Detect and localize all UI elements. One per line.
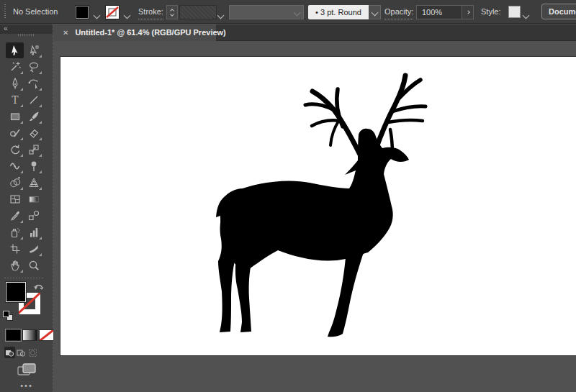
shape-builder-icon [9,177,21,188]
draw-behind-icon[interactable] [16,347,27,358]
tool-pen[interactable] [6,76,24,91]
tool-slice[interactable] [24,241,42,257]
tool-symbol-sprayer[interactable] [6,224,24,240]
eyedropper-icon [9,210,21,222]
none-slash-icon [106,6,119,19]
tool-mesh[interactable] [6,191,24,207]
fill-color-dropdown[interactable] [94,8,99,21]
tool-rotate[interactable] [6,142,24,158]
swap-fill-stroke-icon[interactable] [34,281,44,293]
column-graph-icon [28,227,40,238]
tools-panel-header: « [0,24,53,34]
tool-rectangle[interactable] [6,109,24,124]
svg-text:T: T [12,94,19,106]
magic-wand-icon [9,61,21,73]
perspective-grid-icon [28,177,40,188]
tool-column-graph[interactable] [24,224,42,240]
zoom-icon [28,260,40,271]
style-swatch[interactable] [508,6,521,18]
document-setup-button[interactable]: Document Se [541,4,576,19]
stroke-color-swatch[interactable] [105,5,120,19]
brush-definition-dropdown[interactable] [369,5,381,19]
fill-proxy[interactable] [6,282,26,302]
tool-puppet-warp[interactable] [24,158,42,174]
slice-icon [28,243,40,255]
opacity-input[interactable]: 100% [416,5,462,19]
tool-eyedropper[interactable] [6,208,24,224]
symbol-sprayer-icon [9,227,21,238]
control-bar: No Selection Stroke: • 3 pt. Round Opaci… [0,0,576,24]
artboard-icon [9,243,21,255]
tool-curvature[interactable] [24,76,42,91]
blend-icon [28,210,40,222]
brush-definition-combo[interactable]: • 3 pt. Round [308,5,381,19]
screen-mode-icon[interactable] [16,363,37,380]
stroke-weight-label[interactable]: Stroke: [138,5,163,19]
collapse-panel-icon[interactable]: « [4,24,7,33]
stroke-weight-stepper[interactable] [166,5,178,19]
edit-toolbar-button[interactable]: ••• [0,381,53,390]
fill-color-swatch[interactable] [75,5,89,19]
opacity-label[interactable]: Opacity: [384,5,413,19]
tool-gradient[interactable] [24,191,42,207]
tool-lasso[interactable] [24,59,42,75]
tool-grid: T [6,42,43,274]
tool-artboard[interactable] [6,241,24,257]
tool-blend[interactable] [24,208,42,224]
paintbrush-icon [28,111,40,122]
document-area: ✕ Untitled-1* @ 61.4% (RGB/GPU Preview) [53,24,576,392]
default-fill-stroke-icon[interactable] [3,311,13,321]
type-icon: T [9,94,21,106]
control-bar-grip[interactable] [4,4,6,19]
stroke-weight-dropdown[interactable] [218,8,223,21]
width-profile-dropdown [229,5,304,19]
illustrator-window: No Selection Stroke: • 3 pt. Round Opaci… [0,0,576,392]
tool-direct-selection[interactable] [24,42,42,58]
paint-style-buttons [6,329,54,341]
none-button[interactable] [39,329,54,341]
tool-zoom[interactable] [24,257,42,273]
tool-scale[interactable] [24,142,42,158]
direct-selection-icon [28,45,40,56]
puppet-warp-icon [28,160,40,172]
width-icon [9,160,21,172]
gradient-button[interactable] [22,329,37,341]
artboard[interactable] [60,57,576,355]
opacity-arrow-button[interactable] [462,5,474,19]
tool-eraser[interactable] [24,125,42,141]
fill-stroke-indicator [0,282,53,325]
pasteboard[interactable] [53,41,576,392]
tool-shape-builder[interactable] [6,175,24,191]
close-tab-icon[interactable]: ✕ [63,29,68,37]
drawing-mode-buttons [4,347,38,358]
eraser-icon [28,127,40,139]
selection-icon [9,45,21,56]
tool-selection[interactable] [6,42,24,58]
tool-shaper[interactable] [6,125,24,141]
tool-type[interactable]: T [6,92,24,108]
panel-separator [4,278,45,278]
draw-normal-icon[interactable] [4,347,15,358]
tool-perspective-grid[interactable] [24,175,42,191]
tool-magic-wand[interactable] [6,59,24,75]
rectangle-icon [9,111,21,122]
tool-paintbrush[interactable] [24,109,42,124]
curvature-icon [28,78,40,89]
style-dropdown[interactable] [523,8,528,21]
tool-hand[interactable] [6,257,24,273]
tool-width[interactable] [6,158,24,174]
document-tab-bar: ✕ Untitled-1* @ 61.4% (RGB/GPU Preview) [53,24,576,41]
shaper-icon [9,127,21,139]
draw-inside-icon[interactable] [27,347,38,358]
document-tab[interactable]: ✕ Untitled-1* @ 61.4% (RGB/GPU Preview) [53,24,216,41]
style-label: Style: [481,0,501,24]
tool-line-segment[interactable] [24,92,42,108]
brush-definition-value[interactable]: • 3 pt. Round [308,5,369,19]
tools-panel: « T [0,24,53,392]
color-button[interactable] [6,329,21,341]
panel-drag-grip[interactable] [18,34,35,36]
stroke-color-dropdown[interactable] [125,8,130,21]
selection-status: No Selection [13,0,58,24]
stroke-weight-field[interactable] [179,5,217,19]
deer-artwork[interactable] [202,65,446,352]
